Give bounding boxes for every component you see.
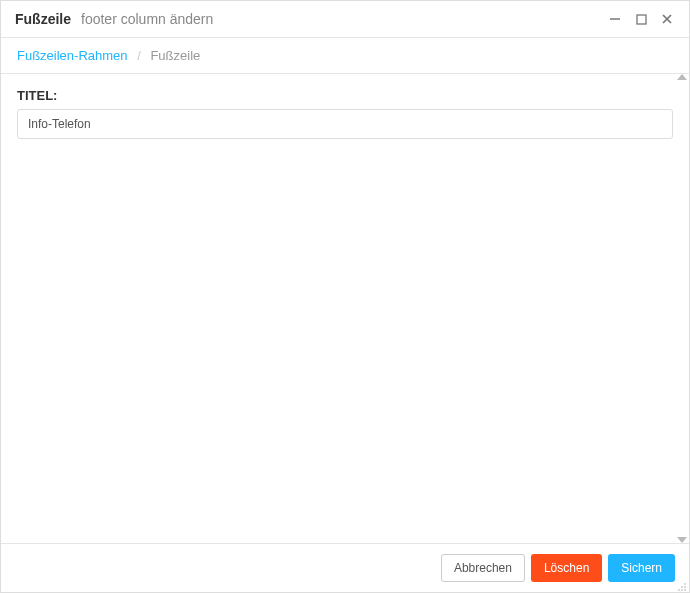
- svg-point-8: [681, 589, 683, 591]
- dialog-footer: Abbrechen Löschen Sichern: [1, 543, 689, 592]
- window-controls: [607, 11, 675, 27]
- form-body: TITEL:: [1, 74, 689, 543]
- window-subtitle: footer column ändern: [81, 11, 213, 27]
- save-button[interactable]: Sichern: [608, 554, 675, 582]
- maximize-icon[interactable]: [633, 11, 649, 27]
- svg-rect-1: [637, 15, 646, 24]
- svg-point-6: [684, 586, 686, 588]
- breadcrumb-current: Fußzeile: [150, 48, 200, 63]
- title-input[interactable]: [17, 109, 673, 139]
- minimize-icon[interactable]: [607, 11, 623, 27]
- title-label: TITEL:: [17, 88, 673, 103]
- svg-point-4: [684, 583, 686, 585]
- content-area: TITEL:: [1, 74, 689, 543]
- window-title: Fußzeile: [15, 11, 71, 27]
- breadcrumb-link[interactable]: Fußzeilen-Rahmen: [17, 48, 128, 63]
- svg-point-5: [681, 586, 683, 588]
- breadcrumb: Fußzeilen-Rahmen / Fußzeile: [1, 38, 689, 74]
- resize-grip-icon[interactable]: [677, 580, 687, 590]
- dialog-window: Fußzeile footer column ändern Fußzeilen-…: [0, 0, 690, 593]
- svg-point-9: [684, 589, 686, 591]
- delete-button[interactable]: Löschen: [531, 554, 602, 582]
- breadcrumb-separator: /: [137, 48, 141, 63]
- cancel-button[interactable]: Abbrechen: [441, 554, 525, 582]
- titlebar: Fußzeile footer column ändern: [1, 1, 689, 38]
- svg-point-7: [678, 589, 680, 591]
- close-icon[interactable]: [659, 11, 675, 27]
